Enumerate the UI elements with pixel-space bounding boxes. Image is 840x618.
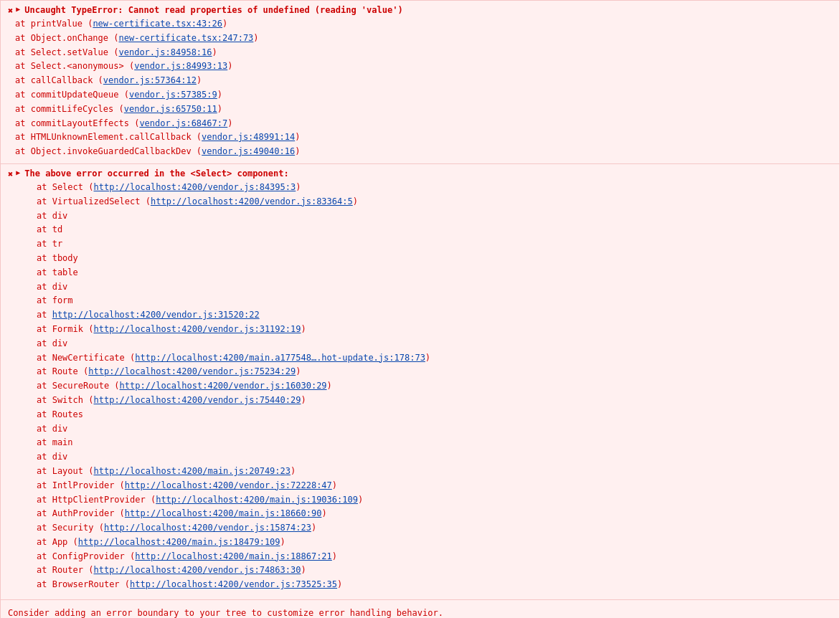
stack-link[interactable]: http://localhost:4200/vendor.js:15874:23 — [104, 523, 311, 533]
stack-link[interactable]: http://localhost:4200/vendor.js:75440:29 — [93, 395, 301, 405]
error-header-2: ✖ ▶ The above error occurred in the <Sel… — [8, 168, 832, 179]
stack-link[interactable]: vendor.js:57385:9 — [129, 90, 217, 100]
stack-trace-2: at Select (http://localhost:4200/vendor.… — [8, 181, 832, 592]
stack-line: at HttpClientProvider (http://localhost:… — [37, 493, 832, 508]
stack-line: at main — [37, 436, 832, 450]
stack-line: at commitUpdateQueue (vendor.js:57385:9) — [15, 88, 832, 103]
stack-link[interactable]: http://localhost:4200/vendor.js:72228:47 — [125, 480, 332, 490]
stack-line: at Router (http://localhost:4200/vendor.… — [37, 564, 832, 578]
stack-line: at Select.<anonymous> (vendor.js:84993:1… — [15, 60, 832, 74]
stack-line: at callCallback (vendor.js:57364:12) — [15, 74, 832, 88]
stack-line: at commitLayoutEffects (vendor.js:68467:… — [15, 117, 832, 131]
stack-line: at commitLifeCycles (vendor.js:65750:11) — [15, 103, 832, 117]
error-section-2: ✖ ▶ The above error occurred in the <Sel… — [1, 164, 839, 599]
stack-line: at SecureRoute (http://localhost:4200/ve… — [37, 379, 832, 394]
stack-link[interactable]: http://localhost:4200/vendor.js:84395:3 — [93, 182, 296, 192]
stack-line: at ConfigProvider (http://localhost:4200… — [37, 550, 832, 564]
stack-line: at tbody — [37, 252, 832, 266]
stack-link[interactable]: vendor.js:48991:14 — [202, 132, 295, 142]
stack-link[interactable]: http://localhost:4200/main.js:19036:109 — [156, 495, 358, 505]
stack-line: at BrowserRouter (http://localhost:4200/… — [37, 578, 832, 592]
stack-link[interactable]: vendor.js:57364:12 — [103, 75, 197, 85]
footer-line1: Consider adding an error boundary to you… — [8, 606, 832, 618]
stack-line: at VirtualizedSelect (http://localhost:4… — [37, 195, 832, 209]
stack-line: at Route (http://localhost:4200/vendor.j… — [37, 365, 832, 379]
stack-line: at div — [37, 450, 832, 465]
stack-line: at Select.setValue (vendor.js:84958:16) — [15, 46, 832, 60]
stack-link[interactable]: http://localhost:4200/main.js:18479:109 — [78, 537, 280, 547]
expand-triangle-2[interactable]: ▶ — [16, 168, 20, 176]
stack-link[interactable]: http://localhost:4200/vendor.js:16030:29 — [120, 381, 327, 391]
stack-line: at div — [37, 337, 832, 351]
stack-line: at Object.onChange (new-certificate.tsx:… — [15, 32, 832, 46]
stack-link[interactable]: http://localhost:4200/vendor.js:74863:30 — [93, 565, 301, 575]
stack-link[interactable]: http://localhost:4200/main.a177548….hot-… — [135, 353, 425, 363]
stack-line: at IntlProvider (http://localhost:4200/v… — [37, 479, 832, 493]
stack-line: at Object.invokeGuardedCallbackDev (vend… — [15, 145, 832, 159]
stack-link[interactable]: vendor.js:49040:16 — [202, 146, 295, 156]
stack-link[interactable]: vendor.js:68467:7 — [139, 118, 227, 128]
stack-line: at AuthProvider (http://localhost:4200/m… — [37, 507, 832, 521]
stack-link[interactable]: vendor.js:84993:13 — [134, 61, 227, 71]
stack-line: at div — [37, 422, 832, 437]
stack-line: at App (http://localhost:4200/main.js:18… — [37, 536, 832, 550]
stack-link[interactable]: http://localhost:4200/vendor.js:31192:19 — [93, 324, 301, 334]
stack-line: at tr — [37, 237, 832, 252]
stack-line: at Switch (http://localhost:4200/vendor.… — [37, 394, 832, 408]
stack-link[interactable]: new-certificate.tsx:43:26 — [93, 19, 222, 29]
stack-link[interactable]: http://localhost:4200/main.js:18660:90 — [125, 508, 322, 518]
stack-line: at div — [37, 280, 832, 295]
stack-link[interactable]: http://localhost:4200/main.js:18867:21 — [135, 551, 332, 561]
error-footer: Consider adding an error boundary to you… — [1, 599, 839, 618]
stack-line: at NewCertificate (http://localhost:4200… — [37, 351, 832, 366]
stack-link[interactable]: http://localhost:4200/vendor.js:31520:22 — [52, 310, 260, 320]
stack-link[interactable]: http://localhost:4200/vendor.js:83364:5 — [151, 196, 353, 206]
error-section-1: ✖ ▶ Uncaught TypeError: Cannot read prop… — [1, 1, 839, 164]
stack-line: at Select (http://localhost:4200/vendor.… — [37, 181, 832, 195]
stack-line: at printValue (new-certificate.tsx:43:26… — [15, 17, 832, 32]
stack-line: at Routes — [37, 408, 832, 422]
stack-trace-1: at printValue (new-certificate.tsx:43:26… — [8, 17, 832, 159]
stack-line: at HTMLUnknownElement.callCallback (vend… — [15, 130, 832, 145]
error-title-1: Uncaught TypeError: Cannot read properti… — [24, 5, 402, 15]
stack-link[interactable]: http://localhost:4200/main.js:20749:23 — [93, 466, 291, 476]
stack-link[interactable]: http://localhost:4200/vendor.js:73525:35 — [130, 579, 337, 589]
error-icon-2: ✖ — [8, 169, 13, 179]
stack-line: at div — [37, 209, 832, 224]
stack-link[interactable]: vendor.js:84958:16 — [119, 47, 212, 57]
stack-line: at Security (http://localhost:4200/vendo… — [37, 521, 832, 536]
stack-line: at td — [37, 223, 832, 237]
expand-triangle-1[interactable]: ▶ — [16, 5, 20, 13]
stack-line: at Layout (http://localhost:4200/main.js… — [37, 465, 832, 479]
stack-link[interactable]: new-certificate.tsx:247:73 — [119, 33, 254, 43]
stack-line: at form — [37, 294, 832, 308]
error-panel: ✖ ▶ Uncaught TypeError: Cannot read prop… — [0, 0, 840, 618]
error-title-2: The above error occurred in the <Select>… — [24, 168, 288, 179]
stack-link[interactable]: http://localhost:4200/vendor.js:75234:29 — [88, 366, 296, 376]
stack-line: at table — [37, 266, 832, 280]
error-icon-1: ✖ — [8, 6, 13, 16]
stack-line: at http://localhost:4200/vendor.js:31520… — [37, 308, 832, 323]
stack-link[interactable]: vendor.js:65750:11 — [124, 104, 217, 114]
error-header-1: ✖ ▶ Uncaught TypeError: Cannot read prop… — [8, 5, 832, 16]
stack-line: at Formik (http://localhost:4200/vendor.… — [37, 323, 832, 337]
